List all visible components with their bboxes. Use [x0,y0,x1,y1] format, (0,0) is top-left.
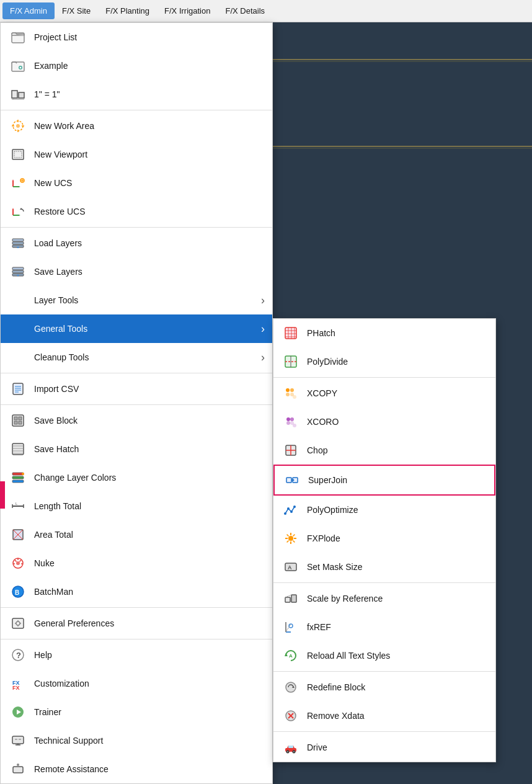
menu-item-batchman[interactable]: B BatchMan [1,577,272,606]
menu-item-nuke[interactable]: Nuke [1,549,272,577]
menu-label-customization: Customization [34,679,265,688]
import-csv-icon [8,379,28,399]
menu-item-length-total[interactable]: L Length Total [1,492,272,520]
menu-item-general-tools[interactable]: General Tools [1,314,272,343]
svg-line-134 [293,535,295,537]
submenu-label-fxref: fxREF [307,622,331,632]
menu-label-example: Example [34,61,265,71]
submenu-item-set-mask-size[interactable]: A Set Mask Size [273,553,495,581]
menu-item-area-total[interactable]: Area Total [1,520,272,549]
svg-rect-88 [12,736,24,744]
svg-point-108 [286,393,290,396]
submenu-divider-4 [273,731,495,732]
submenu-label-drive: Drive [307,742,327,752]
menubar-item-fx-planting[interactable]: F/X Planting [98,2,157,19]
menu-label-batchman: BatchMan [34,587,265,597]
submenu-item-redefine-block[interactable]: Redefine Block [273,673,495,702]
menu-label-general-preferences: General Preferences [34,618,265,628]
submenu-item-fxplode[interactable]: FXPlode [273,524,495,553]
menu-item-new-ucs[interactable]: New UCS [1,169,272,197]
submenu-divider-2 [273,582,495,583]
folder-icon [8,27,28,47]
save-hatch-icon [8,439,28,459]
menu-item-change-layer-colors[interactable]: Change Layer Colors [1,463,272,492]
menu-item-customization[interactable]: FX FX Customization [1,669,272,698]
svg-point-110 [293,395,296,399]
menu-item-restore-ucs[interactable]: Restore UCS [1,197,272,226]
menu-item-remote-assistance[interactable]: Remote Assistance [1,755,272,783]
ucs-restore-icon [8,202,28,221]
submenu-item-phatch[interactable]: PHatch [273,319,495,347]
menu-item-scale[interactable]: 1" = 1" [1,80,272,109]
menu-label-load-layers: Load Layers [34,238,265,248]
menu-item-save-hatch[interactable]: Save Hatch [1,435,272,463]
polyoptimize-icon [281,500,301,520]
menu-item-new-viewport[interactable]: New Viewport [1,140,272,169]
menu-item-trainer[interactable]: Trainer [1,698,272,726]
superjoin-icon [282,470,302,490]
menu-item-help[interactable]: ? Help [1,641,272,669]
menu-item-technical-support[interactable]: Technical Support [1,726,272,755]
svg-rect-119 [286,478,291,483]
svg-rect-37 [12,270,24,273]
menu-item-cleanup-tools[interactable]: Cleanup Tools [1,343,272,372]
submenu-item-polyoptimize[interactable]: PolyOptimize [273,496,495,524]
submenu-item-chop[interactable]: Chop [273,436,495,465]
svg-point-94 [17,764,19,766]
fxplode-icon [281,528,301,548]
menu-item-example[interactable]: Example [1,51,272,80]
submenu-label-polyoptimize: PolyOptimize [307,505,358,515]
submenu-item-remove-xdata[interactable]: Remove Xdata [273,702,495,730]
menu-item-save-block[interactable]: Save Block [1,406,272,435]
menu-label-new-ucs: New UCS [34,178,265,188]
customization-icon: FX FX [8,674,28,693]
menu-label-length-total: Length Total [34,501,265,511]
submenu-item-xcoro[interactable]: XCORO [273,408,495,436]
svg-point-113 [286,421,290,425]
tech-support-icon [8,731,28,751]
svg-rect-48 [14,421,17,424]
submenu-label-xcopy: XCOPY [307,388,337,398]
submenu-item-xcopy[interactable]: XCOPY [273,379,495,408]
menu-item-general-preferences[interactable]: General Preferences [1,609,272,638]
xcoro-icon [281,412,301,432]
menu-label-nuke: Nuke [34,558,265,568]
submenu-item-reload-text-styles[interactable]: A Reload All Text Styles [273,641,495,670]
menu-item-load-layers[interactable]: Load Layers [1,229,272,257]
menubar-item-fx-details[interactable]: F/X Details [218,2,272,19]
svg-marker-22 [12,179,14,181]
submenu-item-polydivide[interactable]: PolyDivide [273,347,495,376]
svg-line-133 [293,541,295,543]
menu-item-save-layers[interactable]: Save Layers [1,257,272,286]
menu-item-new-work-area[interactable]: New Work Area [1,112,272,140]
submenu-item-superjoin[interactable]: SuperJoin [273,465,495,496]
svg-rect-36 [12,267,24,270]
svg-point-143 [289,624,293,628]
menu-item-layer-tools[interactable]: Layer Tools [1,286,272,314]
fxref-icon [281,617,301,637]
divider-2 [1,227,272,228]
layer-tools-icon [8,290,28,310]
submenu-item-scale-by-reference[interactable]: Scale by Reference [273,584,495,613]
phatch-icon [281,323,301,343]
menu-label-save-layers: Save Layers [34,267,265,277]
menu-label-scale: 1" = 1" [34,89,265,99]
menubar-item-fx-admin[interactable]: F/X Admin [2,2,55,19]
menu-label-layer-tools: Layer Tools [34,295,265,305]
drive-icon [281,737,301,757]
svg-rect-40 [13,383,23,394]
submenu-label-remove-xdata: Remove Xdata [307,711,365,721]
submenu-item-drive[interactable]: Drive [273,733,495,762]
menubar-item-fx-irrigation[interactable]: F/X Irrigation [157,2,218,19]
menu-label-new-work-area: New Work Area [34,121,265,131]
submenu-item-fxref[interactable]: fxREF [273,613,495,641]
menubar-item-fx-site[interactable]: F/X Site [55,2,98,19]
menu-item-project-list[interactable]: Project List [1,23,272,51]
svg-text:A: A [288,564,292,571]
batchman-icon: B [8,582,28,602]
length-total-icon: L [8,496,28,516]
submenu-label-chop: Chop [307,445,327,455]
menu-item-import-csv[interactable]: Import CSV [1,375,272,403]
svg-rect-8 [12,91,17,98]
submenu-label-phatch: PHatch [307,328,335,338]
